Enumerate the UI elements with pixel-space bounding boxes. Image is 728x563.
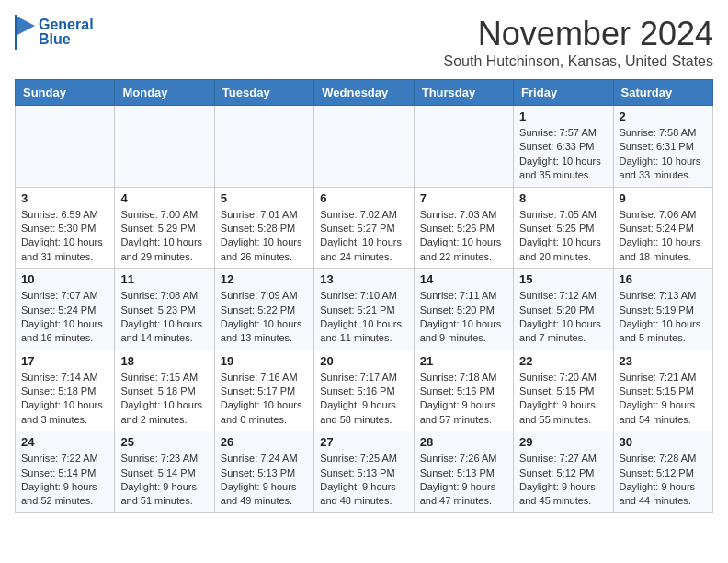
logo-text-block: General Blue: [39, 17, 94, 47]
day-number: 30: [620, 435, 707, 449]
day-number: 15: [519, 272, 607, 286]
cell-content: Sunrise: 7:57 AMSunset: 6:33 PMDaylight:…: [519, 126, 607, 183]
calendar-cell: 18Sunrise: 7:15 AMSunset: 5:18 PMDayligh…: [115, 350, 214, 431]
calendar-cell: 15Sunrise: 7:12 AMSunset: 5:20 PMDayligh…: [514, 269, 613, 350]
cell-content: Sunrise: 7:14 AMSunset: 5:18 PMDaylight:…: [21, 371, 108, 428]
calendar-cell: [214, 106, 313, 188]
calendar-cell: 4Sunrise: 7:00 AMSunset: 5:29 PMDaylight…: [115, 187, 214, 269]
day-number: 11: [120, 272, 208, 286]
cell-content: Sunrise: 6:59 AMSunset: 5:30 PMDaylight:…: [21, 208, 108, 265]
cell-content: Sunrise: 7:58 AMSunset: 6:31 PMDaylight:…: [620, 126, 707, 183]
calendar-cell: 9Sunrise: 7:06 AMSunset: 5:24 PMDaylight…: [613, 187, 712, 269]
calendar-cell: 7Sunrise: 7:03 AMSunset: 5:26 PMDaylight…: [414, 187, 513, 269]
cell-content: Sunrise: 7:00 AMSunset: 5:29 PMDaylight:…: [120, 208, 208, 265]
day-number: 10: [21, 272, 108, 286]
cell-content: Sunrise: 7:11 AMSunset: 5:20 PMDaylight:…: [420, 289, 507, 346]
weekday-header-tuesday: Tuesday: [214, 80, 313, 106]
calendar-cell: 24Sunrise: 7:22 AMSunset: 5:14 PMDayligh…: [16, 431, 115, 513]
day-number: 27: [320, 435, 407, 449]
cell-content: Sunrise: 7:28 AMSunset: 5:12 PMDaylight:…: [620, 452, 707, 509]
logo-flag-icon: [15, 15, 35, 50]
calendar: SundayMondayTuesdayWednesdayThursdayFrid…: [15, 79, 713, 513]
cell-content: Sunrise: 7:13 AMSunset: 5:19 PMDaylight:…: [620, 289, 707, 346]
calendar-cell: 6Sunrise: 7:02 AMSunset: 5:27 PMDaylight…: [314, 187, 414, 269]
calendar-cell: 30Sunrise: 7:28 AMSunset: 5:12 PMDayligh…: [613, 431, 712, 513]
week-row-2: 3Sunrise: 6:59 AMSunset: 5:30 PMDaylight…: [16, 187, 713, 269]
cell-content: Sunrise: 7:02 AMSunset: 5:27 PMDaylight:…: [320, 208, 407, 265]
calendar-cell: 20Sunrise: 7:17 AMSunset: 5:16 PMDayligh…: [314, 350, 414, 431]
day-number: 17: [21, 354, 108, 368]
day-number: 2: [620, 109, 707, 123]
week-row-1: 1Sunrise: 7:57 AMSunset: 6:33 PMDaylight…: [16, 106, 713, 188]
calendar-cell: 11Sunrise: 7:08 AMSunset: 5:23 PMDayligh…: [115, 269, 214, 350]
calendar-cell: [115, 106, 214, 188]
calendar-cell: 13Sunrise: 7:10 AMSunset: 5:21 PMDayligh…: [314, 269, 414, 350]
weekday-header-saturday: Saturday: [613, 80, 712, 106]
calendar-cell: [414, 106, 513, 188]
cell-content: Sunrise: 7:05 AMSunset: 5:25 PMDaylight:…: [519, 208, 607, 265]
logo-text-general: General: [39, 17, 94, 32]
cell-content: Sunrise: 7:25 AMSunset: 5:13 PMDaylight:…: [320, 452, 407, 509]
calendar-cell: 12Sunrise: 7:09 AMSunset: 5:22 PMDayligh…: [214, 269, 313, 350]
calendar-cell: 16Sunrise: 7:13 AMSunset: 5:19 PMDayligh…: [613, 269, 712, 350]
day-number: 28: [420, 435, 507, 449]
weekday-header-friday: Friday: [514, 80, 613, 106]
cell-content: Sunrise: 7:07 AMSunset: 5:24 PMDaylight:…: [21, 289, 108, 346]
cell-content: Sunrise: 7:23 AMSunset: 5:14 PMDaylight:…: [120, 452, 208, 509]
day-number: 4: [120, 191, 208, 205]
weekday-header-sunday: Sunday: [16, 80, 115, 106]
title-block: November 2024 South Hutchinson, Kansas, …: [443, 15, 713, 70]
day-number: 23: [620, 354, 707, 368]
day-number: 21: [420, 354, 507, 368]
day-number: 22: [519, 354, 607, 368]
calendar-cell: 10Sunrise: 7:07 AMSunset: 5:24 PMDayligh…: [16, 269, 115, 350]
calendar-cell: 8Sunrise: 7:05 AMSunset: 5:25 PMDaylight…: [514, 187, 613, 269]
week-row-4: 17Sunrise: 7:14 AMSunset: 5:18 PMDayligh…: [16, 350, 713, 431]
weekday-header-thursday: Thursday: [414, 80, 513, 106]
cell-content: Sunrise: 7:15 AMSunset: 5:18 PMDaylight:…: [120, 371, 208, 428]
cell-content: Sunrise: 7:18 AMSunset: 5:16 PMDaylight:…: [420, 371, 507, 428]
logo: General Blue: [15, 15, 94, 50]
day-number: 26: [221, 435, 308, 449]
calendar-cell: 17Sunrise: 7:14 AMSunset: 5:18 PMDayligh…: [16, 350, 115, 431]
week-row-3: 10Sunrise: 7:07 AMSunset: 5:24 PMDayligh…: [16, 269, 713, 350]
cell-content: Sunrise: 7:27 AMSunset: 5:12 PMDaylight:…: [519, 452, 607, 509]
calendar-cell: 5Sunrise: 7:01 AMSunset: 5:28 PMDaylight…: [214, 187, 313, 269]
cell-content: Sunrise: 7:12 AMSunset: 5:20 PMDaylight:…: [519, 289, 607, 346]
day-number: 3: [21, 191, 108, 205]
day-number: 8: [519, 191, 607, 205]
day-number: 25: [120, 435, 208, 449]
day-number: 9: [620, 191, 707, 205]
day-number: 19: [221, 354, 308, 368]
day-number: 12: [221, 272, 308, 286]
day-number: 20: [320, 354, 407, 368]
calendar-cell: 28Sunrise: 7:26 AMSunset: 5:13 PMDayligh…: [414, 431, 513, 513]
calendar-cell: [16, 106, 115, 188]
day-number: 29: [519, 435, 607, 449]
weekday-header-row: SundayMondayTuesdayWednesdayThursdayFrid…: [16, 80, 713, 106]
cell-content: Sunrise: 7:21 AMSunset: 5:15 PMDaylight:…: [620, 371, 707, 428]
calendar-cell: 21Sunrise: 7:18 AMSunset: 5:16 PMDayligh…: [414, 350, 513, 431]
cell-content: Sunrise: 7:20 AMSunset: 5:15 PMDaylight:…: [519, 371, 607, 428]
day-number: 5: [221, 191, 308, 205]
month-title: November 2024: [443, 15, 713, 53]
calendar-cell: 1Sunrise: 7:57 AMSunset: 6:33 PMDaylight…: [514, 106, 613, 188]
calendar-cell: 27Sunrise: 7:25 AMSunset: 5:13 PMDayligh…: [314, 431, 414, 513]
calendar-cell: 22Sunrise: 7:20 AMSunset: 5:15 PMDayligh…: [514, 350, 613, 431]
cell-content: Sunrise: 7:16 AMSunset: 5:17 PMDaylight:…: [221, 371, 308, 428]
calendar-cell: 3Sunrise: 6:59 AMSunset: 5:30 PMDaylight…: [16, 187, 115, 269]
week-row-5: 24Sunrise: 7:22 AMSunset: 5:14 PMDayligh…: [16, 431, 713, 513]
calendar-cell: 2Sunrise: 7:58 AMSunset: 6:31 PMDaylight…: [613, 106, 712, 188]
svg-marker-1: [17, 17, 35, 35]
cell-content: Sunrise: 7:17 AMSunset: 5:16 PMDaylight:…: [320, 371, 407, 428]
weekday-header-wednesday: Wednesday: [314, 80, 414, 106]
day-number: 18: [120, 354, 208, 368]
svg-rect-0: [15, 15, 17, 50]
day-number: 13: [320, 272, 407, 286]
day-number: 24: [21, 435, 108, 449]
cell-content: Sunrise: 7:01 AMSunset: 5:28 PMDaylight:…: [221, 208, 308, 265]
day-number: 1: [519, 109, 607, 123]
cell-content: Sunrise: 7:22 AMSunset: 5:14 PMDaylight:…: [21, 452, 108, 509]
page-header: General Blue November 2024 South Hutchin…: [15, 15, 713, 70]
calendar-cell: 19Sunrise: 7:16 AMSunset: 5:17 PMDayligh…: [214, 350, 313, 431]
